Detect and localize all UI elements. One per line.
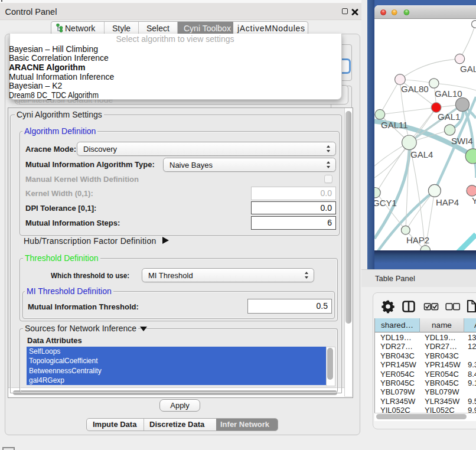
svg-text:HAP2: HAP2 bbox=[406, 235, 429, 245]
svg-text:HAP4: HAP4 bbox=[436, 197, 459, 207]
svg-text:GAL11: GAL11 bbox=[381, 120, 408, 130]
svg-text:GAL80: GAL80 bbox=[401, 84, 429, 94]
svg-text:SWI4: SWI4 bbox=[451, 136, 473, 146]
svg-text:GCY1: GCY1 bbox=[374, 198, 397, 208]
svg-text:GAL1: GAL1 bbox=[438, 112, 460, 122]
svg-text:YB: YB bbox=[472, 195, 476, 206]
svg-text:GAL4: GAL4 bbox=[410, 149, 433, 159]
svg-text:GAL7: GAL7 bbox=[460, 64, 476, 74]
svg-text:GAL10: GAL10 bbox=[435, 89, 462, 99]
